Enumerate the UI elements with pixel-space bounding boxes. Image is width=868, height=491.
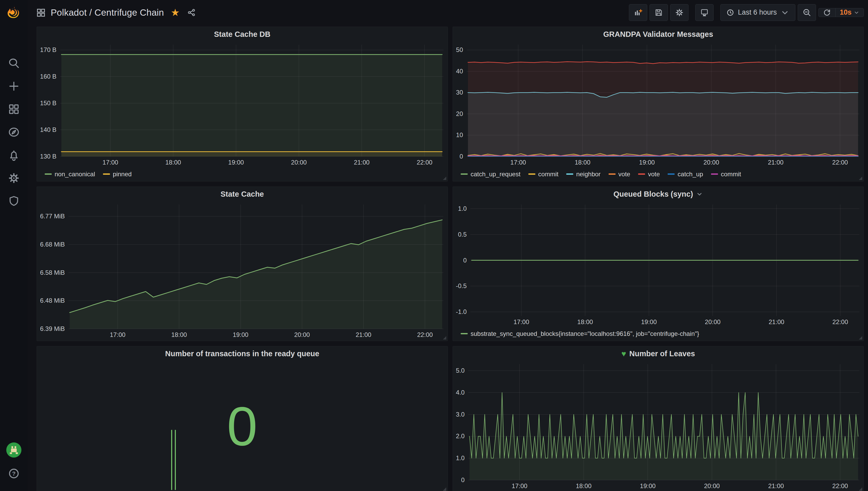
clock-icon bbox=[726, 9, 734, 17]
panel-title[interactable]: State Cache bbox=[37, 187, 448, 201]
panel-title-text: GRANDPA Validator Messages bbox=[603, 30, 713, 39]
legend-series-label: neighbor bbox=[576, 171, 600, 178]
grafana-logo-icon[interactable] bbox=[5, 4, 23, 21]
share-icon[interactable] bbox=[187, 8, 196, 17]
refresh-icon bbox=[823, 8, 831, 17]
user-avatar[interactable] bbox=[6, 442, 22, 458]
sidebar-item-help[interactable]: ? bbox=[8, 467, 20, 481]
legend-item[interactable]: pinned bbox=[103, 171, 132, 178]
sidebar-item-configuration[interactable] bbox=[0, 167, 28, 190]
sidebar-item-create[interactable] bbox=[0, 75, 28, 98]
timeseries-chart[interactable]: 6.39 MiB6.48 MiB6.58 MiB6.68 MiB6.77 MiB… bbox=[37, 201, 448, 341]
legend-series-color bbox=[711, 173, 718, 175]
legend-item[interactable]: substrate_sync_queued_blocks{instance="l… bbox=[461, 330, 699, 338]
legend-item[interactable]: commit bbox=[528, 171, 558, 178]
legend-item[interactable]: catch_up bbox=[668, 171, 703, 178]
shield-icon bbox=[8, 195, 20, 207]
legend-series-label: non_canonical bbox=[55, 171, 95, 178]
sidebar-item-server-admin[interactable] bbox=[0, 190, 28, 212]
legend-item[interactable]: non_canonical bbox=[45, 171, 95, 178]
dashboards-grid-icon bbox=[8, 103, 20, 115]
legend-series-color bbox=[609, 173, 616, 175]
legend-series-label: commit bbox=[721, 171, 741, 178]
dashboard-grid-icon[interactable] bbox=[36, 8, 46, 17]
time-range-picker[interactable]: Last 6 hours bbox=[720, 4, 795, 21]
add-panel-icon bbox=[634, 8, 643, 17]
panel-number-of-leaves: ♥ Number of Leaves 01.02.03.04.05.017:00… bbox=[452, 346, 864, 491]
legend-series-color bbox=[45, 173, 52, 175]
legend-series-label: catch_up_request bbox=[471, 171, 521, 178]
timeseries-chart[interactable]: -1.0-0.500.51.017:0018:0019:0020:0021:00… bbox=[453, 201, 864, 328]
legend-series-color bbox=[668, 173, 675, 175]
cycle-view-mode-button[interactable] bbox=[695, 4, 713, 21]
stat-body[interactable]: 0 bbox=[37, 361, 448, 491]
legend-item[interactable]: catch_up_request bbox=[461, 171, 521, 178]
timeseries-svg bbox=[453, 361, 864, 491]
timeseries-svg bbox=[453, 41, 864, 169]
gear-icon bbox=[675, 8, 684, 17]
dashboard-title[interactable]: Polkadot / Centrifuge Chain bbox=[51, 7, 164, 18]
legend: non_canonicalpinned bbox=[37, 169, 448, 181]
panel-title[interactable]: Number of transactions in the ready queu… bbox=[37, 346, 448, 361]
panel-title-text: Number of Leaves bbox=[629, 349, 695, 358]
chevron-down-icon bbox=[696, 191, 703, 197]
timeseries-chart[interactable]: 0102030405017:0018:0019:0020:0021:0022:0… bbox=[453, 41, 864, 169]
avatar-image bbox=[6, 442, 22, 458]
panel-title-text: State Cache DB bbox=[214, 30, 271, 39]
save-dashboard-button[interactable] bbox=[649, 4, 668, 21]
legend-series-color bbox=[638, 173, 645, 175]
legend-item[interactable]: vote bbox=[609, 171, 630, 178]
panel-title-text: State Cache bbox=[221, 190, 264, 199]
legend: substrate_sync_queued_blocks{instance="l… bbox=[453, 328, 864, 341]
legend-series-color bbox=[461, 173, 468, 175]
refresh-interval-button[interactable]: 10s bbox=[835, 8, 864, 17]
header-left: Polkadot / Centrifuge Chain ★ bbox=[36, 7, 196, 18]
panel-title[interactable]: Queued Blocks (sync) bbox=[453, 187, 864, 201]
compass-icon bbox=[8, 126, 20, 138]
legend-series-label: vote bbox=[648, 171, 660, 178]
search-icon bbox=[8, 57, 20, 69]
panel-title-text: Queued Blocks (sync) bbox=[614, 190, 693, 199]
time-range-label: Last 6 hours bbox=[738, 8, 777, 17]
save-icon bbox=[654, 8, 663, 17]
legend-series-label: pinned bbox=[113, 171, 132, 178]
dashboard-header: Polkadot / Centrifuge Chain ★ bbox=[28, 0, 868, 25]
sidebar-item-explore[interactable] bbox=[0, 121, 28, 144]
legend-series-label: catch_up bbox=[677, 171, 703, 178]
zoom-out-button[interactable] bbox=[798, 4, 816, 21]
refresh-picker: 10s bbox=[818, 8, 864, 17]
sidebar-nav bbox=[0, 52, 28, 212]
zoom-out-icon bbox=[803, 8, 811, 17]
refresh-interval-label: 10s bbox=[840, 8, 851, 17]
sidebar-item-search[interactable] bbox=[0, 52, 28, 75]
panel-title[interactable]: GRANDPA Validator Messages bbox=[453, 27, 864, 41]
sidebar-item-alerting[interactable] bbox=[0, 144, 28, 167]
chevron-down-icon bbox=[781, 8, 789, 17]
legend-series-label: vote bbox=[618, 171, 630, 178]
panel-grandpa-validator-messages: GRANDPA Validator Messages 0102030405017… bbox=[452, 27, 864, 181]
legend-item[interactable]: commit bbox=[711, 171, 741, 178]
sidebar-item-dashboards[interactable] bbox=[0, 98, 28, 121]
chevron-down-icon bbox=[853, 10, 859, 16]
panel-state-cache-db: State Cache DB 130 B140 B150 B160 B170 B… bbox=[36, 27, 448, 181]
timeseries-chart[interactable]: 130 B140 B150 B160 B170 B17:0018:0019:00… bbox=[37, 41, 448, 169]
panel-title[interactable]: State Cache DB bbox=[37, 27, 448, 41]
refresh-button[interactable] bbox=[819, 8, 835, 17]
timeseries-chart[interactable]: 01.02.03.04.05.017:0018:0019:0020:0021:0… bbox=[453, 361, 864, 491]
legend-item[interactable]: vote bbox=[638, 171, 660, 178]
dashboard-grid: State Cache DB 130 B140 B150 B160 B170 B… bbox=[36, 25, 864, 491]
header-toolbar: Last 6 hours 10s bbox=[629, 4, 864, 21]
legend-series-color bbox=[461, 333, 468, 334]
star-icon[interactable]: ★ bbox=[171, 7, 179, 18]
panel-title[interactable]: ♥ Number of Leaves bbox=[453, 346, 864, 361]
dashboard-settings-button[interactable] bbox=[670, 4, 689, 21]
timeseries-svg bbox=[453, 201, 864, 328]
sidebar-bottom: ? bbox=[6, 442, 22, 491]
legend-series-color bbox=[566, 173, 573, 175]
panel-tx-ready-queue: Number of transactions in the ready queu… bbox=[36, 346, 448, 491]
legend-item[interactable]: neighbor bbox=[566, 171, 600, 178]
panel-title-text: Number of transactions in the ready queu… bbox=[165, 349, 319, 358]
sparkline-spike bbox=[171, 430, 172, 490]
add-panel-button[interactable] bbox=[629, 4, 647, 21]
legend-series-color bbox=[528, 173, 535, 175]
